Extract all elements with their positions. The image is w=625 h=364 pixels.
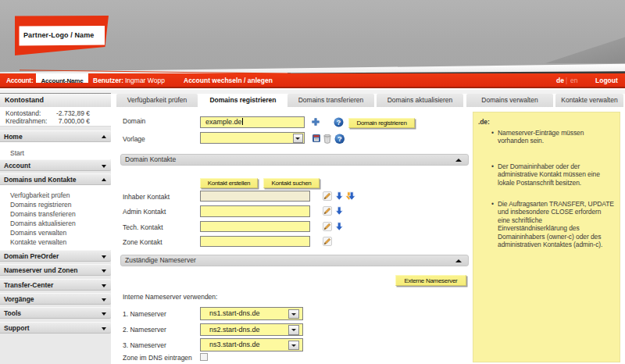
svg-text:?: ? <box>337 118 341 126</box>
svg-text:?: ? <box>337 134 341 142</box>
